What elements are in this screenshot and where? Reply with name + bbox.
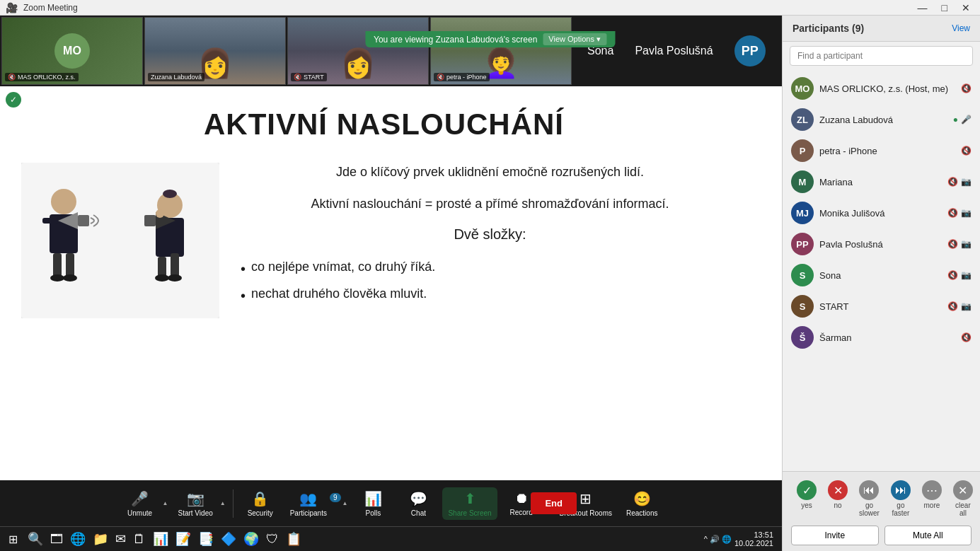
- taskbar-icon-8[interactable]: 🔷: [218, 530, 239, 548]
- participant-avatar: S: [791, 295, 814, 318]
- close-button[interactable]: ✕: [957, 2, 974, 13]
- participants-count: 9: [330, 493, 341, 502]
- svg-point-15: [50, 274, 64, 282]
- participant-avatar: MJ: [791, 202, 814, 224]
- slide-image: [21, 163, 219, 318]
- system-tray: ^ 🔊 🌐 13:51 10.02.2021: [704, 530, 779, 547]
- mute-icon-3: 🔇: [294, 74, 301, 81]
- clear-all-button[interactable]: ✕ clear all: [947, 477, 979, 520]
- unmute-button[interactable]: 🎤 Unmute: [119, 487, 161, 520]
- taskbar-icon-10[interactable]: 🛡: [263, 530, 282, 548]
- participants-icon: 👥: [299, 490, 317, 507]
- mute-all-button[interactable]: Mute All: [884, 526, 972, 545]
- participants-chevron[interactable]: ▲: [341, 500, 350, 506]
- participant-item[interactable]: Ppetra - iPhone🔇: [783, 135, 980, 166]
- view-button[interactable]: View: [952, 23, 970, 33]
- participant-item[interactable]: MJMonika Julišová🔇📷: [783, 197, 980, 228]
- app-icon: 🎥: [6, 2, 18, 13]
- participant-item[interactable]: ZLZuzana Labudová●🎤: [783, 104, 980, 135]
- sidebar-header: Participants (9) View: [783, 16, 980, 42]
- reactions-button[interactable]: 😊 Reactions: [621, 487, 663, 520]
- task-view[interactable]: 🗔: [47, 530, 66, 548]
- taskbar-icon-11[interactable]: 📋: [283, 530, 304, 548]
- svg-point-16: [63, 274, 77, 282]
- participant-item[interactable]: MMariana🔇📷: [783, 166, 980, 197]
- participant-item[interactable]: MOMAS ORLICKO, z.s. (Host, me)🔇: [783, 73, 980, 104]
- participant-status-icons: 🔇📷: [947, 208, 972, 218]
- chat-button[interactable]: 💬 Chat: [397, 487, 439, 520]
- svg-rect-9: [144, 215, 156, 226]
- taskbar-icon-7[interactable]: 📑: [195, 530, 217, 548]
- invite-button[interactable]: Invite: [791, 526, 879, 545]
- search-taskbar[interactable]: 🔍: [25, 530, 46, 548]
- bullet-item-1: co nejlépe vnímat, co druhý říká.: [241, 255, 746, 282]
- reaction-buttons: ✓ yes ✕ no ⏮ go slower ⏭ go faster ⋯ m: [791, 477, 972, 520]
- taskbar-icon-4[interactable]: 🗒: [130, 530, 149, 548]
- participant-name: petra - iPhone: [819, 146, 955, 156]
- taskbar-icon-3[interactable]: ✉: [113, 530, 129, 548]
- participant-item[interactable]: ŠŠarman🔇: [783, 322, 980, 353]
- participant-item[interactable]: PPPavla Poslušná🔇📷: [783, 228, 980, 260]
- yes-reaction-button[interactable]: ✓ yes: [791, 477, 822, 520]
- no-icon: ✕: [828, 480, 848, 500]
- camera-off-icon: 📷: [961, 208, 972, 218]
- participant-name: Pavla Poslušná: [819, 239, 942, 250]
- slide-paragraph-1: Jde o klíčový prvek uklidnění emočně roz…: [234, 163, 746, 182]
- participant-status-icons: 🔇📷: [947, 270, 972, 280]
- participant-name: Sona: [819, 270, 942, 281]
- more-reactions-button[interactable]: ⋯ more: [916, 477, 947, 520]
- video-thumb-3[interactable]: 👩 🔇 START: [287, 17, 429, 85]
- participant-name: START: [819, 301, 942, 312]
- svg-point-17: [155, 274, 169, 282]
- participants-button[interactable]: 👥 Participants: [284, 487, 333, 520]
- participant-status-icons: 🔇📷: [947, 239, 972, 249]
- taskbar-icon-5[interactable]: 📊: [150, 530, 171, 548]
- systray-icons: ^ 🔊 🌐: [704, 535, 732, 544]
- participant-search-input[interactable]: [790, 46, 973, 66]
- no-reaction-button[interactable]: ✕ no: [822, 477, 853, 520]
- yes-icon: ✓: [797, 480, 817, 500]
- mic-on-icon: 🎤: [961, 115, 972, 124]
- clear-icon: ✕: [953, 480, 973, 500]
- participant-name-1: MAS ORLICKO, z.s.: [18, 74, 76, 81]
- security-button[interactable]: 🔒 Security: [239, 487, 282, 520]
- active-speaker-icon: ●: [953, 115, 958, 124]
- slide-text: Jde o klíčový prvek uklidnění emočně roz…: [234, 163, 746, 309]
- view-options-button[interactable]: View Options ▾: [543, 33, 606, 45]
- maximize-button[interactable]: □: [938, 2, 952, 13]
- participants-panel: Participants (9) View MOMAS ORLICKO, z.s…: [782, 16, 980, 551]
- reactions-icon: 😊: [633, 490, 651, 507]
- bottom-toolbar: 🎤 Unmute ▲ 📷 Start Video ▲ 🔒: [0, 480, 782, 526]
- taskbar-icon-6[interactable]: 📝: [173, 530, 194, 548]
- minimize-button[interactable]: —: [913, 2, 932, 13]
- participant-item[interactable]: SSona🔇📷: [783, 260, 980, 291]
- video-thumb-2[interactable]: 👩 Zuzana Labudová: [144, 17, 286, 85]
- go-slower-button[interactable]: ⏮ go slower: [853, 477, 885, 520]
- more-icon: ⋯: [922, 480, 942, 500]
- mute-icon: 🔇: [961, 332, 972, 342]
- video-chevron[interactable]: ▲: [219, 500, 227, 506]
- participant-item[interactable]: SSTART🔇📷: [783, 291, 980, 322]
- unmute-chevron[interactable]: ▲: [161, 500, 170, 506]
- start-button[interactable]: ⊞: [3, 533, 23, 546]
- polls-button[interactable]: 📊 Polls: [352, 487, 394, 520]
- start-video-button[interactable]: 📷 Start Video: [172, 487, 218, 520]
- video-thumb-1[interactable]: MO 🔇 MAS ORLICKO, z.s.: [1, 17, 143, 85]
- slide-area: ✓ AKTIVNÍ NASLOUCHÁNÍ: [0, 86, 782, 480]
- taskbar-icon-1[interactable]: 🌐: [67, 530, 88, 548]
- participant-name: Zuzana Labudová: [819, 115, 947, 125]
- windows-taskbar: ⊞ 🔍 🗔 🌐 📁 ✉ 🗒 📊 📝 📑 🔷 🌍 🛡 📋 ^ 🔊 🌐 13:51: [0, 526, 782, 551]
- video-thumb-4[interactable]: 👩‍🦱 🔇 petra - iPhone: [430, 17, 572, 85]
- participant-status-icons: ●🎤: [953, 115, 972, 124]
- speaker-avatar[interactable]: PP: [734, 35, 766, 66]
- participant-list: MOMAS ORLICKO, z.s. (Host, me)🔇ZLZuzana …: [783, 70, 980, 471]
- participant-name-4: petra - iPhone: [446, 74, 487, 81]
- participant-name: Šarman: [819, 332, 955, 343]
- taskbar-icon-9[interactable]: 🌍: [241, 530, 262, 548]
- participant-status-icons: 🔇: [961, 146, 972, 156]
- share-screen-button[interactable]: ⬆ Share Screen: [442, 487, 497, 520]
- end-meeting-button[interactable]: End: [531, 492, 577, 514]
- go-faster-button[interactable]: ⏭ go faster: [885, 477, 916, 520]
- taskbar-icon-2[interactable]: 📁: [90, 530, 111, 548]
- title-bar: 🎥 Zoom Meeting — □ ✕: [0, 0, 980, 16]
